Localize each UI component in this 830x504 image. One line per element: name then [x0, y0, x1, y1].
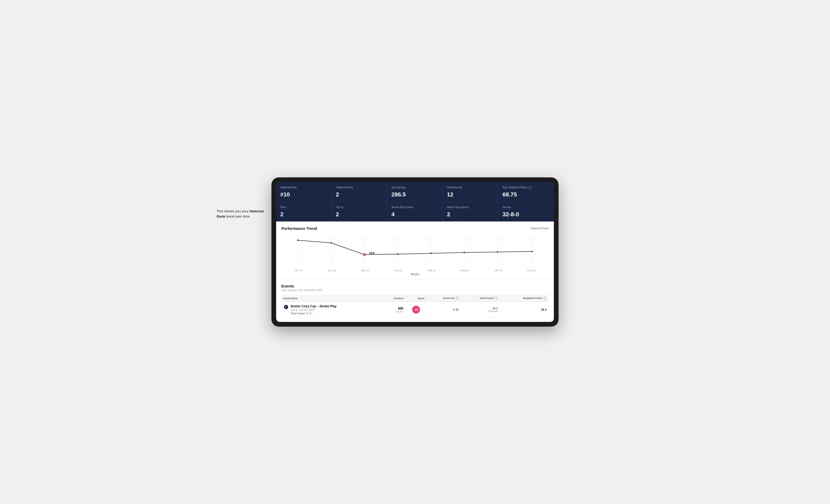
event-total-points-cell: 28.3 3 Rounds: [461, 302, 500, 318]
events-section: Events Last updated: 24th November 2023 …: [276, 280, 554, 322]
svg-text:#10: #10: [369, 251, 375, 255]
stats-row-2: Wins 2 Top 3s 2 Stroke Play Events 4 Mat…: [276, 202, 554, 222]
tablet-device: National Rank #10 Regional Rank 2 Scorin…: [272, 177, 558, 327]
stat-match-play-value: 2: [447, 211, 494, 218]
stat-record-value: 32-8-0: [503, 211, 550, 218]
stat-scoring-avg-value: 286.5: [391, 191, 439, 198]
stat-top3s: Top 3s 2: [332, 202, 387, 222]
x-label-jan24: JAN 24: [382, 269, 415, 272]
stat-national-rank: National Rank #10: [276, 182, 332, 202]
weighted-points-value: 28.3: [541, 308, 547, 311]
stat-regional-rank-label: Regional Rank: [336, 186, 383, 189]
table-row: 🏌 Buster Cozy Cup – Stroke Play Oct 9 - …: [281, 302, 549, 318]
stat-national-rank-value: #10: [280, 191, 327, 198]
total-points-sub: 3 Rounds: [463, 310, 498, 312]
x-label-mar24: MAR 24: [448, 269, 482, 272]
stat-stroke-play-value: 4: [391, 211, 439, 218]
stat-wins-value: 2: [280, 211, 327, 218]
performance-chart: #10: [281, 234, 549, 268]
stat-wins: Wins 2: [276, 202, 332, 222]
performance-rank-label: National Rank: [531, 227, 549, 230]
col-weighted-points: Weighted Points i: [500, 295, 549, 302]
event-weighted-points-cell: 28.3: [500, 302, 549, 318]
tablet-screen: National Rank #10 Regional Rank 2 Scorin…: [276, 182, 554, 322]
x-label-oct23: OCT 23: [282, 269, 315, 272]
event-details: Buster Cozy Cup – Stroke Play Oct 9 - Oc…: [291, 304, 337, 315]
event-position-sub: out of 7: [383, 310, 404, 313]
stat-avg-weighted-value: 68.75: [503, 191, 550, 198]
events-subtitle: Last updated: 24th November 2023: [281, 289, 549, 292]
stat-match-play: Match Play Events 2: [443, 202, 498, 222]
stat-regional-rank: Regional Rank 2: [332, 182, 387, 202]
event-position: 6th: [383, 306, 404, 310]
events-title: Events: [281, 284, 549, 288]
annotation-text: This shows you your National Rank trend …: [217, 209, 269, 220]
chart-svg: #10: [281, 234, 549, 268]
col-score: Score: [406, 295, 426, 302]
stat-match-play-label: Match Play Events: [447, 206, 494, 209]
stat-record: Record 32-8-0: [498, 202, 554, 222]
info-icon-wp: i: [543, 297, 547, 300]
stat-scoring-avg: Scoring Avg. 286.5: [387, 182, 443, 202]
svg-point-16: [363, 253, 366, 256]
stat-national-rank-label: National Rank: [280, 186, 327, 189]
stat-wins-label: Wins: [280, 206, 327, 209]
col-event-sg: Event SG i: [426, 295, 461, 302]
stat-stroke-play: Stroke Play Events 4: [387, 202, 443, 222]
score-badge: -22: [412, 306, 420, 313]
stat-regional-rank-value: 2: [336, 191, 383, 198]
x-label-nov23: NOV 23: [315, 269, 349, 272]
col-position: Position: [381, 295, 406, 302]
events-table-header: Event Name Position Score Event SG i Tot…: [281, 295, 549, 302]
event-name: Buster Cozy Cup – Stroke Play: [291, 304, 337, 308]
event-name-cell: 🏌 Buster Cozy Cup – Stroke Play Oct 9 - …: [281, 302, 381, 318]
event-date: Oct 9 - Oct 10, 2023: [291, 309, 337, 311]
event-type-icon: 🏌: [283, 304, 289, 310]
performance-header: Performance Trend National Rank: [281, 226, 549, 231]
svg-point-14: [297, 239, 299, 241]
svg-point-20: [497, 251, 499, 253]
stat-avg-weighted-label: Avg. Weighted Points i: [503, 186, 550, 189]
x-label-apr24: APR 24: [482, 269, 515, 272]
stats-row-1: National Rank #10 Regional Rank 2 Scorin…: [276, 182, 554, 202]
stat-record-label: Record: [503, 206, 550, 209]
stat-scoring-avg-label: Scoring Avg.: [391, 186, 439, 189]
events-header-row: Event Name Position Score Event SG i Tot…: [281, 295, 549, 302]
svg-point-19: [463, 252, 465, 253]
performance-section: Performance Trend National Rank: [276, 222, 554, 280]
page-wrapper: This shows you your National Rank trend …: [272, 177, 558, 327]
total-points-value: 28.3: [463, 307, 498, 310]
stat-top3s-value: 2: [336, 211, 383, 218]
event-rank-impact: Rank Impact: 3 ▼: [291, 312, 337, 315]
x-label-may24: MAY 24: [515, 269, 548, 272]
event-name-wrapper: 🏌 Buster Cozy Cup – Stroke Play Oct 9 - …: [283, 304, 379, 315]
event-position-cell: 6th out of 7: [381, 302, 406, 318]
x-label-feb24: FEB 24: [415, 269, 448, 272]
stat-avg-weighted-points: Avg. Weighted Points i 68.75: [498, 182, 554, 202]
golf-icon: 🏌: [284, 305, 288, 309]
events-table: Event Name Position Score Event SG i Tot…: [281, 295, 549, 318]
stat-total-rounds: Total Rounds 12: [443, 182, 498, 202]
info-icon-weighted: i: [529, 186, 532, 189]
svg-point-15: [330, 242, 332, 244]
svg-point-21: [531, 251, 533, 252]
rank-impact-label: Rank Impact: 3: [291, 312, 308, 315]
events-table-body: 🏌 Buster Cozy Cup – Stroke Play Oct 9 - …: [281, 302, 549, 318]
col-event-name: Event Name: [281, 295, 381, 302]
stat-total-rounds-label: Total Rounds: [447, 186, 494, 189]
svg-point-18: [430, 253, 432, 254]
event-score-cell: -22: [406, 302, 426, 318]
performance-title: Performance Trend: [281, 226, 317, 231]
svg-text:🏌: 🏌: [285, 305, 288, 309]
chart-x-labels: OCT 23 NOV 23 DEC 23 JAN 24 FEB 24 MAR 2…: [281, 269, 549, 272]
x-label-dec23: DEC 23: [348, 269, 382, 272]
col-total-points: Total Points i: [461, 295, 500, 302]
stat-top3s-label: Top 3s: [336, 206, 383, 209]
stat-stroke-play-label: Stroke Play Events: [391, 206, 439, 209]
chart-axis-label: Months: [281, 273, 549, 276]
rank-impact-arrow: ▼: [309, 312, 312, 315]
svg-point-17: [397, 253, 399, 255]
stat-total-rounds-value: 12: [447, 191, 494, 198]
event-sg-cell: 0.45: [426, 302, 461, 318]
info-icon-total: i: [494, 297, 498, 300]
